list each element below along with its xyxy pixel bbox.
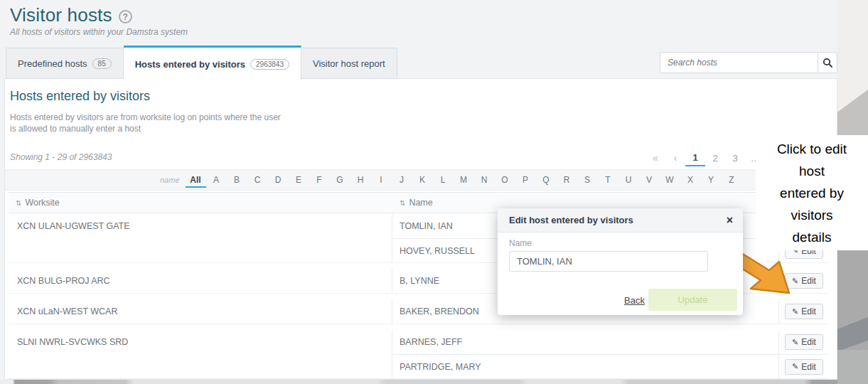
- edit-button[interactable]: ✎Edit: [785, 334, 823, 350]
- alpha-letter-j[interactable]: J: [392, 172, 412, 188]
- search-button[interactable]: [818, 52, 837, 73]
- action-cell: ✎Edit: [779, 359, 829, 375]
- alpha-letter-v[interactable]: V: [639, 172, 660, 188]
- pencil-icon: ✎: [792, 362, 798, 371]
- alpha-letter-z[interactable]: Z: [722, 172, 742, 188]
- pagination-first[interactable]: «: [645, 149, 665, 166]
- update-button[interactable]: Update: [648, 289, 737, 311]
- worksite-cell: SLNI NWRL-SVCWKS SRD: [9, 330, 392, 378]
- table-group: SLNI NWRL-SVCWKS SRDBARNES, JEFF✎EditPAR…: [9, 330, 829, 379]
- alpha-letter-all[interactable]: All: [186, 172, 206, 188]
- table-row: PARTRIDGE, MARY✎Edit: [392, 354, 829, 378]
- edit-button-label: Edit: [801, 362, 816, 372]
- sort-icon: ⇅: [400, 199, 405, 207]
- column-header-name[interactable]: ⇅ Name: [392, 198, 779, 208]
- alpha-letter-q[interactable]: Q: [536, 172, 557, 188]
- tab-hosts-entered-by-visitors[interactable]: Hosts entered by visitors 2963843: [124, 46, 301, 80]
- column-header-worksite[interactable]: ⇅ Worksite: [9, 198, 392, 208]
- table-row: BARNES, JEFF✎Edit: [392, 330, 829, 354]
- description-line: is allowed to manually enter a host: [10, 123, 281, 134]
- pencil-icon: ✎: [792, 307, 798, 316]
- alpha-letter-w[interactable]: W: [660, 172, 680, 188]
- alpha-letter-e[interactable]: E: [289, 172, 309, 188]
- action-cell: ✎Edit: [779, 304, 829, 319]
- alpha-letter-u[interactable]: U: [618, 172, 639, 188]
- modal-title: Edit host entered by visitors: [509, 215, 633, 225]
- alphabet-letters: AllABCDEFGHIJKLMNOPQRSTUVWXYZ: [186, 172, 742, 188]
- alpha-letter-h[interactable]: H: [350, 172, 371, 188]
- pagination-prev[interactable]: ‹: [665, 149, 685, 166]
- page-subtitle: All hosts of visitors within your Damstr…: [10, 27, 188, 37]
- modal-header: Edit host entered by visitors ×: [498, 208, 743, 233]
- alpha-letter-f[interactable]: F: [309, 172, 330, 188]
- alpha-letter-t[interactable]: T: [598, 172, 618, 188]
- alpha-letter-n[interactable]: N: [474, 172, 495, 188]
- worksite-cell: XCN BULG-PROJ ARC: [9, 269, 392, 293]
- worksite-cell: XCN ULAN-UGWEST GATE: [9, 214, 392, 262]
- alpha-letter-l[interactable]: L: [433, 172, 454, 188]
- pagination-page-2[interactable]: 2: [705, 149, 725, 166]
- alpha-letter-d[interactable]: D: [268, 172, 289, 188]
- alpha-letter-m[interactable]: M: [454, 172, 474, 188]
- action-cell: ✎Edit: [779, 334, 829, 350]
- tab-count-badge: 2963843: [250, 59, 289, 70]
- help-icon[interactable]: ?: [119, 10, 132, 23]
- alphabet-filter-label: name: [160, 176, 180, 184]
- alpha-letter-o[interactable]: O: [495, 172, 515, 188]
- tab-predefined-hosts[interactable]: Predefined hosts 85: [6, 48, 124, 79]
- edit-button[interactable]: ✎Edit: [785, 359, 823, 375]
- tab-visitor-host-report[interactable]: Visitor host report: [301, 48, 397, 79]
- alpha-letter-p[interactable]: P: [515, 172, 536, 188]
- page-title: Visitor hosts ?: [10, 4, 132, 26]
- pagination-pages: 123: [685, 149, 745, 166]
- name-cell: PARTRIDGE, MARY: [392, 355, 779, 378]
- bottom-edge-strip: [0, 380, 837, 384]
- tab-label: Predefined hosts: [18, 58, 87, 69]
- pagination-page-1[interactable]: 1: [685, 149, 705, 166]
- edit-button-label: Edit: [801, 337, 816, 347]
- worksite-cell: XCN uLaN-WEST WCAR: [9, 299, 392, 324]
- callout-line: visitors: [756, 204, 868, 226]
- section-heading: Hosts entered by visitors: [10, 89, 150, 104]
- callout-line: host: [756, 160, 868, 182]
- tab-label: Hosts entered by visitors: [135, 59, 245, 70]
- name-cell: BARNES, JEFF: [392, 330, 779, 354]
- back-link[interactable]: Back: [624, 295, 645, 306]
- search-input[interactable]: [660, 52, 818, 73]
- alpha-letter-k[interactable]: K: [412, 172, 433, 188]
- tab-count-badge: 85: [92, 58, 112, 69]
- showing-count: Showing 1 - 29 of 2963843: [10, 152, 112, 162]
- name-field[interactable]: [509, 251, 708, 272]
- alpha-letter-r[interactable]: R: [557, 172, 577, 188]
- alpha-letter-a[interactable]: A: [206, 172, 227, 188]
- alpha-letter-c[interactable]: C: [247, 172, 268, 188]
- search-box: [660, 52, 818, 73]
- alpha-letter-b[interactable]: B: [227, 172, 247, 188]
- pagination-page-3[interactable]: 3: [725, 149, 745, 166]
- alpha-letter-i[interactable]: I: [371, 172, 392, 188]
- column-label: Name: [409, 198, 432, 208]
- callout-line: Click to edit: [756, 138, 868, 160]
- alpha-letter-x[interactable]: X: [680, 172, 701, 188]
- alpha-letter-g[interactable]: G: [330, 172, 350, 188]
- callout-line: entered by: [756, 182, 868, 204]
- close-icon[interactable]: ×: [727, 215, 733, 226]
- tab-bar: Predefined hosts 85 Hosts entered by vis…: [6, 46, 397, 79]
- column-label: Worksite: [25, 198, 59, 208]
- callout-line: details: [756, 226, 868, 248]
- annotation-callout: Click to edithostentered byvisitorsdetai…: [756, 135, 868, 250]
- search-icon: [823, 58, 832, 68]
- edit-host-modal: Edit host entered by visitors × Name Bac…: [498, 208, 743, 315]
- edit-button[interactable]: ✎Edit: [785, 304, 823, 319]
- alpha-letter-y[interactable]: Y: [701, 172, 722, 188]
- sort-icon: ⇅: [16, 199, 21, 207]
- edit-button-label: Edit: [801, 276, 816, 286]
- name-rows: BARNES, JEFF✎EditPARTRIDGE, MARY✎Edit: [392, 330, 829, 378]
- section-description: Hosts entered by visitors are from works…: [10, 112, 281, 134]
- alpha-letter-s[interactable]: S: [577, 172, 598, 188]
- tab-label: Visitor host report: [313, 58, 385, 69]
- alphabet-filter-bar: name AllABCDEFGHIJKLMNOPQRSTUVWXYZ: [5, 169, 837, 191]
- wallpaper-shape: [837, 350, 868, 384]
- description-line: Hosts entered by visitors are from works…: [10, 112, 281, 123]
- name-field-label: Name: [509, 238, 532, 248]
